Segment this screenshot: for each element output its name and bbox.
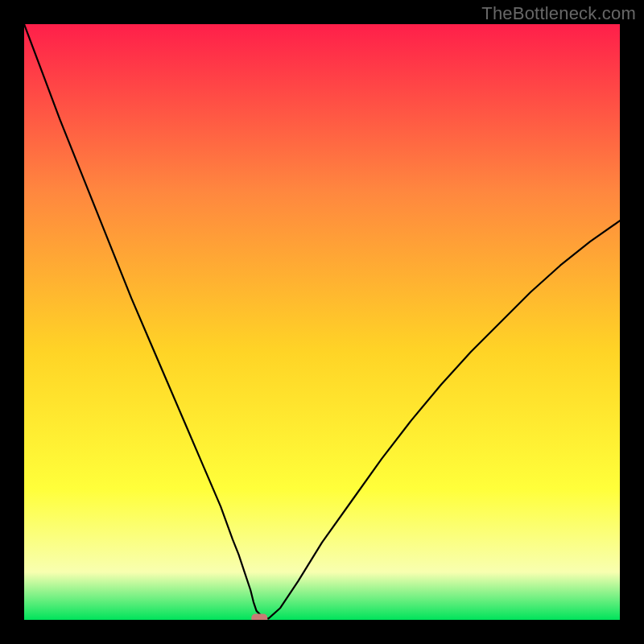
plot-background <box>24 24 620 620</box>
watermark-label: TheBottleneck.com <box>481 3 636 24</box>
chart-frame: TheBottleneck.com <box>0 0 644 644</box>
bottleneck-chart <box>24 24 620 620</box>
optimal-point-marker <box>251 614 267 620</box>
